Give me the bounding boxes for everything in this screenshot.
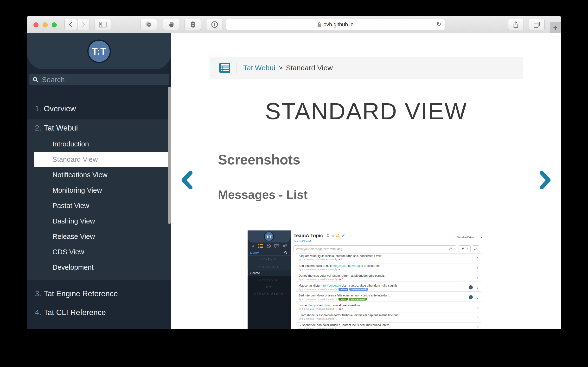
topics-list-icon[interactable] [258, 244, 263, 248]
view-select[interactable]: Standard View ▾ [454, 234, 484, 240]
link-icon[interactable] [335, 327, 337, 329]
sidebar-subitem[interactable]: Dashing View [27, 213, 171, 229]
chevron-right-icon[interactable]: › [477, 255, 479, 260]
carousel-next-button[interactable] [540, 171, 551, 189]
label-pill[interactable]: done [338, 298, 348, 300]
app-nav-teama[interactable]: /TeamA [248, 270, 291, 276]
url-bar[interactable]: ovh.github.io ↻ [226, 19, 445, 30]
send-icon[interactable] [449, 247, 452, 251]
app-topic-search[interactable] [248, 249, 291, 256]
filter-button[interactable]: ▾ [459, 245, 471, 252]
back-button[interactable] [64, 19, 77, 30]
breadcrumb-parent-link[interactable]: Tat Webui [243, 64, 275, 72]
app-nav-public[interactable]: /PUBLIC [248, 257, 291, 260]
chevron-right-icon[interactable]: › [477, 285, 479, 290]
extension-password-button[interactable] [206, 19, 223, 30]
link-icon[interactable] [335, 308, 337, 310]
bell-icon[interactable] [336, 234, 339, 238]
sidebar-subitem[interactable]: Release View [27, 229, 171, 244]
app-nav-internal[interactable]: /INTERNAL [248, 265, 291, 268]
extension-help-icon: ? [145, 21, 152, 28]
chevron-right-icon[interactable]: › [477, 275, 479, 280]
share-button[interactable] [508, 19, 524, 30]
message-row[interactable]: Suspendisse non dolor ultricies, laoreet… [296, 322, 481, 329]
label-pill[interactable]: doing:yesnault [349, 288, 368, 291]
app-search-input[interactable] [250, 250, 284, 255]
link-icon[interactable] [335, 259, 337, 261]
zoom-window-button[interactable] [52, 22, 57, 27]
link-icon[interactable] [335, 318, 337, 320]
chevron-right-icon[interactable]: › [477, 324, 479, 329]
hashtag[interactable]: #nec [324, 304, 331, 307]
sidebar-item-tat-cli-reference[interactable]: 4. Tat CLI Reference [27, 303, 171, 322]
app-nav-dm[interactable]: /DM▾ [248, 285, 291, 288]
label-pill[interactable]: done:yesnault [349, 298, 367, 300]
message-row[interactable]: Sed interdum dolor pharetra felis egesta… [296, 293, 481, 301]
sidebar-subitem[interactable]: Development [27, 260, 171, 275]
expand-button[interactable] [472, 245, 479, 252]
user-icon[interactable] [326, 234, 330, 237]
sidebar-toggle-button[interactable] [95, 19, 111, 30]
message-composer[interactable] [294, 245, 456, 252]
sidebar-scrollbar[interactable] [168, 87, 171, 224]
message-likes[interactable]: ♥ [338, 268, 340, 271]
message-meta-text: il y a 5 minutes – Yvonnick Esnault [298, 317, 334, 320]
chevron-right-icon[interactable]: › [477, 305, 479, 310]
star-outline-icon[interactable]: ☆ [331, 234, 334, 238]
link-icon[interactable] [335, 298, 337, 300]
message-likes[interactable]: ♥ [338, 308, 343, 310]
sidebar-subitem[interactable]: Notifications View [27, 167, 171, 183]
app-nav-private[interactable]: /PRIVATE [248, 278, 291, 281]
new-tab-button[interactable]: + [550, 22, 561, 33]
extension-ghost-button[interactable] [185, 19, 201, 30]
close-window-button[interactable] [33, 22, 39, 27]
edit-pencil-icon[interactable] [341, 234, 345, 237]
search-input[interactable] [41, 75, 158, 84]
chevron-right-icon[interactable]: › [477, 265, 479, 270]
app-topic-path[interactable]: /Internal/TeamA [294, 240, 312, 242]
browser-toolbar: ? ovh.git [27, 16, 561, 33]
sidebar-subitem[interactable]: Pastat View [27, 198, 171, 213]
app-nav-others-users[interactable]: /OTHERS USERS▾ [248, 292, 291, 295]
chat-bubble-icon[interactable] [274, 244, 279, 248]
tabs-overview-button[interactable] [529, 19, 545, 30]
link-icon[interactable] [335, 268, 337, 271]
message-likes[interactable]: ♥2 [338, 258, 342, 261]
minimize-window-button[interactable] [43, 22, 48, 27]
carousel-prev-button[interactable] [181, 171, 193, 189]
message-row[interactable]: Sed placerat odio et nulla #egestas , eu… [296, 263, 481, 272]
sidebar-subitem[interactable]: CDS View [27, 244, 171, 260]
hashtag[interactable]: #vulputate [327, 284, 341, 287]
sidebar-item-overview[interactable]: 1. Overview [27, 100, 171, 117]
message-row[interactable]: Aliquam vitae ligula lacinia, pretium ur… [296, 253, 481, 262]
message-row[interactable]: Donec rhoncus dolor vel ipsum rutrum, at… [296, 273, 481, 282]
sidebar-search[interactable] [29, 74, 169, 85]
extension-hand-button[interactable] [163, 19, 179, 30]
label-pill[interactable]: doing [338, 288, 348, 291]
message-likes[interactable]: 2 [338, 278, 343, 281]
message-row[interactable]: Etiam rhoncus est pretium tortor tristiq… [296, 313, 481, 321]
link-icon[interactable] [335, 288, 337, 291]
sidebar-subitem[interactable]: Standard View [34, 152, 171, 167]
composer-input[interactable] [294, 247, 448, 251]
sidebar-subitem[interactable]: Introduction [27, 136, 171, 152]
settings-gears-icon[interactable] [282, 244, 287, 248]
forward-button[interactable] [77, 19, 90, 30]
message-row[interactable]: Fusce #tempor est #nec urna aliquet inte… [296, 303, 481, 311]
link-icon[interactable] [335, 278, 337, 281]
hashtag[interactable]: #egestas [333, 264, 346, 267]
chevron-right-icon[interactable]: › [477, 315, 479, 320]
message-row[interactable]: Maecenas dictum mi #vulputate diam cursu… [296, 283, 481, 292]
extension-help-button[interactable]: ? [140, 19, 157, 30]
app-sidebar-header: T:T [248, 230, 291, 242]
sidebar-item-tat-webui[interactable]: 2. Tat Webui [27, 119, 171, 136]
history-icon[interactable] [266, 244, 271, 248]
sidebar-subitem[interactable]: Monitoring View [27, 183, 171, 198]
hashtag[interactable]: #tempor [308, 304, 319, 307]
chevron-right-icon[interactable]: › [477, 295, 479, 300]
refresh-button[interactable]: ↻ [436, 21, 441, 28]
favorites-star-icon[interactable]: ★ [251, 243, 255, 249]
hashtag[interactable]: #feugiat [352, 264, 363, 267]
sidebar-item-tat-engine-reference[interactable]: 3. Tat Engine Reference [27, 284, 171, 303]
app-main: TeamA Topic ☆ [291, 230, 484, 329]
